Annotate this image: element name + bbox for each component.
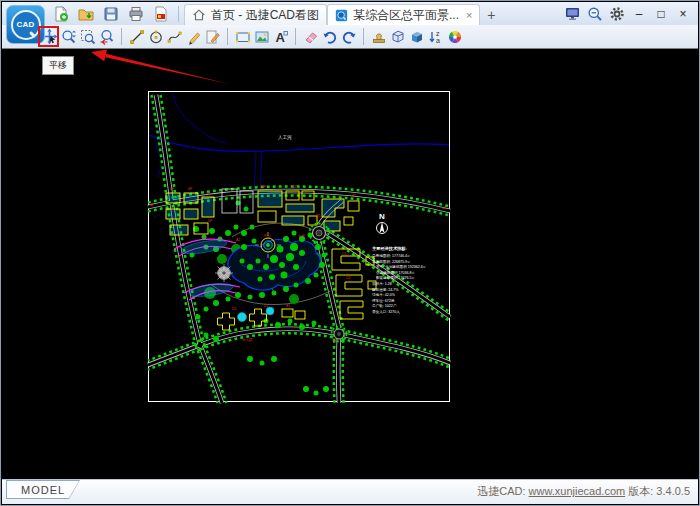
zoom-out-view-button[interactable] [584, 4, 606, 24]
svg-text:6F: 6F [170, 187, 174, 191]
svg-text:6F: 6F [208, 219, 212, 223]
markup-tool-button[interactable] [203, 27, 222, 47]
circle-tool-button[interactable] [146, 27, 165, 47]
zoom-dynamic-button[interactable] [59, 27, 78, 47]
svg-text:z: z [436, 30, 440, 37]
separator [121, 28, 122, 45]
svg-text:5F: 5F [206, 191, 210, 195]
tab-drawing-label: 某综合区总平面景... [353, 7, 459, 24]
river: 人工河 [149, 93, 449, 197]
stamp-button[interactable] [369, 27, 388, 47]
svg-text:总用地面积: 177746.4㎡: 总用地面积: 177746.4㎡ [371, 254, 411, 258]
viewport-tool-button[interactable] [233, 27, 252, 47]
model-tab-label: MODEL [21, 484, 65, 496]
model-tab[interactable]: MODEL [6, 480, 80, 499]
zoom-window-button[interactable] [78, 27, 97, 47]
maximize-button[interactable]: □ [650, 4, 672, 24]
svg-text:绿地率: 42.0%: 绿地率: 42.0% [372, 292, 396, 297]
svg-text:总户数: 1022户: 总户数: 1022户 [371, 303, 397, 308]
spline-tool-button[interactable] [165, 27, 184, 47]
cad-file-icon [335, 9, 348, 22]
brand-link[interactable]: www.xunjiecad.com [529, 485, 626, 497]
sketch-tool-button[interactable] [184, 27, 203, 47]
indicator-title: 主要经济技术指标: [372, 246, 407, 252]
eraser-tool-button[interactable] [301, 27, 320, 47]
redo-button[interactable] [339, 27, 358, 47]
undo-button[interactable] [320, 27, 339, 47]
redo-icon [341, 29, 357, 45]
svg-text:公建建筑面积 17036.8㎡: 公建建筑面积 17036.8㎡ [376, 271, 415, 275]
settings-button[interactable] [606, 4, 628, 24]
color-wheel-button[interactable] [445, 27, 464, 47]
separator [295, 28, 296, 45]
image-icon [254, 29, 270, 45]
eraser-icon [303, 29, 319, 45]
zoom-dynamic-icon [61, 29, 77, 45]
3d-box-button[interactable] [388, 27, 407, 47]
svg-text:容积率: 1.28: 容积率: 1.28 [372, 281, 392, 286]
svg-text:D1: D1 [232, 307, 236, 311]
svg-text:会所: 会所 [298, 234, 305, 238]
circular-plaza [215, 264, 233, 282]
quick-access-toolbar [48, 3, 184, 24]
view-3d-icon [409, 29, 425, 45]
svg-text:中心: 中心 [264, 233, 271, 238]
home-icon [192, 8, 206, 22]
river-label: 人工河 [278, 134, 292, 140]
gear-icon [609, 6, 625, 22]
annotation-highlight-box [38, 26, 59, 47]
new-file-button[interactable] [48, 3, 73, 24]
color-wheel-icon [447, 29, 463, 45]
separator [227, 28, 228, 45]
svg-text:12F: 12F [260, 185, 266, 189]
line-icon [129, 29, 145, 45]
svg-text:建筑密度: 24.7%: 建筑密度: 24.7% [371, 287, 399, 292]
circle-icon [148, 29, 164, 45]
line-tool-button[interactable] [127, 27, 146, 47]
zoom-previous-icon [99, 29, 115, 45]
statusbar: MODEL 迅捷CAD: www.xunjiecad.com 版本: 3.4.0… [2, 479, 698, 504]
brand-info: 迅捷CAD: www.xunjiecad.com 版本: 3.4.0.5 [477, 484, 690, 499]
stamp-icon [371, 29, 387, 45]
markup-icon [205, 29, 221, 45]
open-file-button[interactable] [73, 3, 98, 24]
zoom-window-icon [80, 29, 96, 45]
pencil-icon [186, 29, 202, 45]
svg-text:B2: B2 [292, 185, 296, 189]
screen-view-icon [565, 6, 581, 22]
buildings-cluster-c [322, 199, 359, 231]
save-button[interactable] [98, 3, 123, 24]
print-button[interactable] [123, 3, 148, 24]
export-pdf-button[interactable] [148, 3, 173, 24]
tab-drawing[interactable]: 某综合区总平面景... × [327, 4, 480, 26]
minimize-button[interactable]: – [628, 4, 650, 24]
close-button[interactable]: × [672, 4, 694, 24]
sort-order-button[interactable]: z a [426, 27, 445, 47]
new-tab-button[interactable]: + [480, 4, 502, 25]
tab-close-icon[interactable]: × [466, 9, 472, 21]
titlebar: 首页 - 迅捷CAD看图 某综合区总平面景... × + [2, 2, 698, 25]
zoom-out-icon [587, 6, 603, 22]
drawing-toolbar: A [2, 25, 698, 49]
version-value: 3.4.0.5 [656, 485, 690, 497]
print-icon [128, 6, 144, 22]
viewport-icon [235, 29, 251, 45]
tab-home[interactable]: 首页 - 迅捷CAD看图 [184, 4, 327, 26]
3d-view-button[interactable] [407, 27, 426, 47]
sort-order-icon: z a [428, 29, 444, 45]
svg-text:C2: C2 [346, 276, 350, 280]
svg-text:总建筑面积: 226875.9㎡: 总建筑面积: 226875.9㎡ [371, 260, 411, 264]
insert-image-button[interactable] [252, 27, 271, 47]
pan-tooltip: 平移 [42, 56, 74, 75]
export-pdf-icon [153, 6, 169, 22]
svg-text:停车位: 672辆: 停车位: 672辆 [372, 298, 395, 303]
zoom-previous-button[interactable] [97, 27, 116, 47]
screen-view-button[interactable] [562, 4, 584, 24]
svg-text:a: a [436, 37, 440, 44]
svg-text:幼儿园: 幼儿园 [242, 338, 253, 342]
text-tool-button[interactable]: A [271, 27, 290, 47]
brand-prefix: 迅捷CAD: [477, 485, 525, 497]
north-arrow: N [377, 212, 388, 234]
annotation-arrow [86, 47, 236, 92]
text-icon: A [273, 29, 289, 45]
